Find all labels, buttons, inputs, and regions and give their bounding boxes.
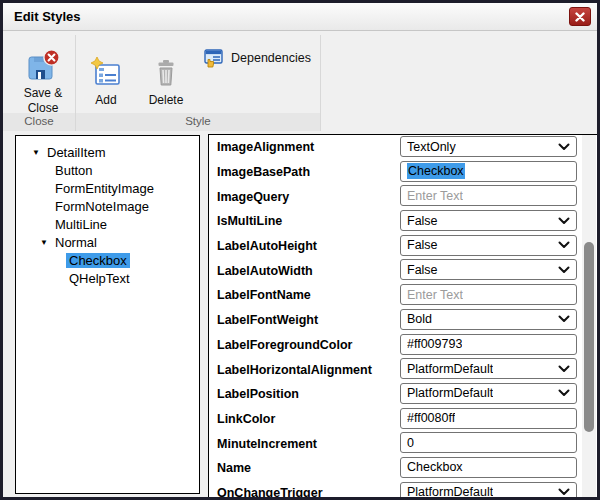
delete-icon (149, 56, 183, 90)
property-row: LabelForegroundColor#ff009793 (209, 333, 597, 358)
property-row: NameCheckbox (209, 456, 597, 481)
save-close-button[interactable]: Save & Close (14, 40, 72, 124)
vertical-scrollbar[interactable] (582, 135, 596, 500)
save-close-icon (26, 49, 60, 83)
tree-expander-icon[interactable]: ▼ (32, 148, 44, 157)
group-caption-close: Close (3, 113, 75, 131)
tree-expander-icon[interactable]: ▼ (40, 238, 52, 247)
window-title: Edit Styles (14, 9, 80, 24)
chevron-down-icon (558, 266, 570, 274)
property-row: LabelFontNameEnter Text (209, 283, 597, 308)
property-value: PlatformDefault (407, 386, 493, 400)
property-name: LabelForegroundColor (217, 338, 352, 352)
property-dropdown[interactable]: False (400, 210, 577, 231)
property-row: ImageQueryEnter Text (209, 184, 597, 209)
property-row: IsMultiLineFalse (209, 209, 597, 234)
property-row: LabelAutoHeightFalse (209, 234, 597, 259)
style-tree-panel: ▼DetailItemButtonFormEntityImageFormNote… (15, 135, 200, 494)
property-value: TextOnly (407, 140, 456, 154)
tree-item-label: Button (52, 163, 96, 178)
tree-item-checkbox[interactable]: Checkbox (16, 251, 199, 269)
property-name: LinkColor (217, 412, 275, 426)
chevron-down-icon (558, 143, 570, 151)
property-dropdown[interactable]: PlatformDefault (400, 482, 577, 500)
property-grid: ImageAlignmentTextOnlyImageBasePathCheck… (208, 134, 597, 500)
property-value: Checkbox (407, 460, 463, 474)
property-row: LabelAutoWidthFalse (209, 258, 597, 283)
property-name: OnChangeTrigger (217, 486, 323, 500)
property-row: MinuteIncrement0 (209, 431, 597, 456)
tree-item-label: FormEntityImage (52, 181, 157, 196)
scrollbar-thumb[interactable] (584, 242, 594, 432)
property-name: LabelAutoHeight (217, 239, 317, 253)
property-dropdown[interactable]: False (400, 235, 577, 256)
edit-styles-window: Edit Styles Save & Close (0, 0, 600, 500)
property-dropdown[interactable]: Bold (400, 309, 577, 330)
property-name: MinuteIncrement (217, 437, 317, 451)
delete-button[interactable]: Delete (137, 40, 195, 124)
property-row: LabelFontWeightBold (209, 308, 597, 333)
tree-item-multiline[interactable]: MultiLine (16, 215, 199, 233)
dependencies-button[interactable]: Dependencies (200, 45, 315, 71)
chevron-down-icon (558, 488, 570, 496)
tree-item-label: Normal (52, 235, 100, 250)
property-name: LabelFontWeight (217, 313, 318, 327)
property-text-input[interactable]: Enter Text (400, 185, 577, 206)
property-value: PlatformDefault (407, 485, 493, 499)
tree-item-button[interactable]: Button (16, 161, 199, 179)
property-value: False (407, 238, 438, 252)
property-name: ImageQuery (217, 190, 289, 204)
property-text-input[interactable]: #ff0080ff (400, 408, 577, 429)
ribbon-toolbar: Save & Close Add (3, 32, 597, 131)
window-close-button[interactable] (569, 7, 591, 26)
chevron-down-icon (558, 241, 570, 249)
property-text-input[interactable]: 0 (400, 432, 577, 453)
property-name: LabelAutoWidth (217, 264, 313, 278)
property-name: IsMultiLine (217, 214, 282, 228)
property-dropdown[interactable]: TextOnly (400, 136, 577, 157)
property-value: False (407, 263, 438, 277)
property-name: LabelHorizontalAlignment (217, 363, 372, 377)
property-row: ImageBasePathCheckbox (209, 160, 597, 185)
chevron-down-icon (558, 365, 570, 373)
add-icon (89, 56, 123, 90)
add-button[interactable]: Add (77, 40, 135, 124)
property-value: Bold (407, 312, 432, 326)
property-row: ImageAlignmentTextOnly (209, 135, 597, 160)
tree-item-label: FormNoteImage (52, 199, 152, 214)
property-row: OnChangeTriggerPlatformDefault (209, 481, 597, 500)
property-value: PlatformDefault (407, 362, 493, 376)
tree-item-qhelptext[interactable]: QHelpText (16, 269, 199, 287)
property-row: LabelPositionPlatformDefault (209, 382, 597, 407)
tree-item-formnoteimage[interactable]: FormNoteImage (16, 197, 199, 215)
tree-item-label: Checkbox (66, 253, 130, 268)
input-placeholder: Enter Text (407, 288, 463, 302)
property-dropdown[interactable]: False (400, 259, 577, 280)
tree-item-label: MultiLine (52, 217, 110, 232)
property-row: LabelHorizontalAlignmentPlatformDefault (209, 357, 597, 382)
property-value: False (407, 214, 438, 228)
input-placeholder: Enter Text (407, 189, 463, 203)
chevron-down-icon (558, 315, 570, 323)
property-text-input[interactable]: Enter Text (400, 284, 577, 305)
property-name: ImageAlignment (217, 140, 314, 154)
property-name: LabelPosition (217, 387, 299, 401)
save-close-label: Save & Close (24, 86, 63, 114)
tree-item-detailitem[interactable]: ▼DetailItem (16, 143, 199, 161)
tree-item-normal[interactable]: ▼Normal (16, 233, 199, 251)
property-dropdown[interactable]: PlatformDefault (400, 358, 577, 379)
delete-label: Delete (149, 93, 184, 107)
property-value: #ff009793 (407, 337, 462, 351)
add-label: Add (95, 93, 116, 107)
property-text-input[interactable]: #ff009793 (400, 334, 577, 355)
close-icon (575, 12, 585, 22)
chevron-down-icon (558, 217, 570, 225)
property-text-input[interactable]: Checkbox (400, 457, 577, 478)
property-value: Checkbox (407, 163, 465, 179)
property-dropdown[interactable]: PlatformDefault (400, 383, 577, 404)
tree-item-formentityimage[interactable]: FormEntityImage (16, 179, 199, 197)
dependencies-icon (204, 49, 224, 68)
property-value: #ff0080ff (407, 411, 455, 425)
tree-item-label: DetailItem (44, 145, 109, 160)
property-text-input[interactable]: Checkbox (400, 161, 577, 182)
